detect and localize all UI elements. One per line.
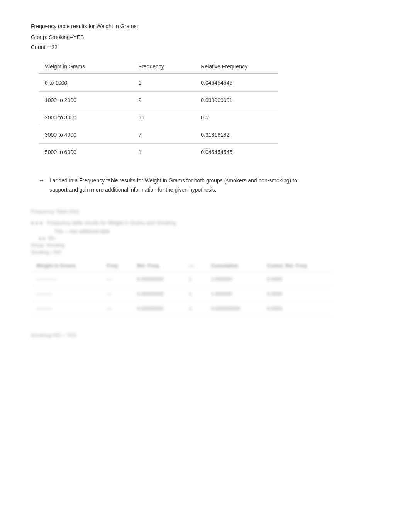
- blurred-row: ——— — 0.00000000 1 0.000000000 0.0000: [31, 301, 332, 316]
- blurred-section: Frequency Table (No) ● ● ● Frequency tab…: [31, 209, 379, 338]
- frequency-table: Weight in Grams Frequency Relative Frequ…: [39, 59, 278, 161]
- table-row: 5000 to 600010.045454545: [39, 144, 278, 161]
- blurred-meta: ● ● ● Frequency table results for Weight…: [31, 220, 379, 226]
- annotation-text: I added in a Frequency table results for…: [49, 176, 317, 195]
- blurred-table: Weight in Grams Freq Rel. Freq. — Cumula…: [31, 260, 332, 325]
- table-row: 2000 to 3000110.5: [39, 109, 278, 126]
- blurred-row: [31, 316, 332, 325]
- col-header-weight: Weight in Grams: [39, 59, 132, 74]
- annotation-block: → I added in a Frequency table results f…: [39, 176, 317, 195]
- blurred-title: Frequency Table (No): [31, 209, 379, 214]
- table-row: 1000 to 200020.090909091: [39, 92, 278, 109]
- col-header-relative: Relative Frequency: [195, 59, 278, 74]
- col-header-frequency: Frequency: [132, 59, 195, 74]
- blurred-row: ———— — 0.00000000 1 1.000000 0.0000: [31, 272, 332, 286]
- freq-table-title: Frequency table results for Weight in Gr…: [31, 23, 379, 29]
- group-label: Group: Smoking=YES: [31, 34, 379, 40]
- annotation-arrow: →: [39, 177, 45, 184]
- count-label: Count = 22: [31, 44, 379, 50]
- blurred-subtitle: Smoking=NO = YES: [31, 332, 379, 338]
- table-row: 3000 to 400070.31818182: [39, 126, 278, 144]
- blurred-row: ——— — 0.00000000 1 1.000000 0.0000: [31, 286, 332, 301]
- blurred-meta-text: Frequency table results for Weight in Gr…: [47, 220, 176, 226]
- table-row: 0 to 100010.045454545: [39, 74, 278, 92]
